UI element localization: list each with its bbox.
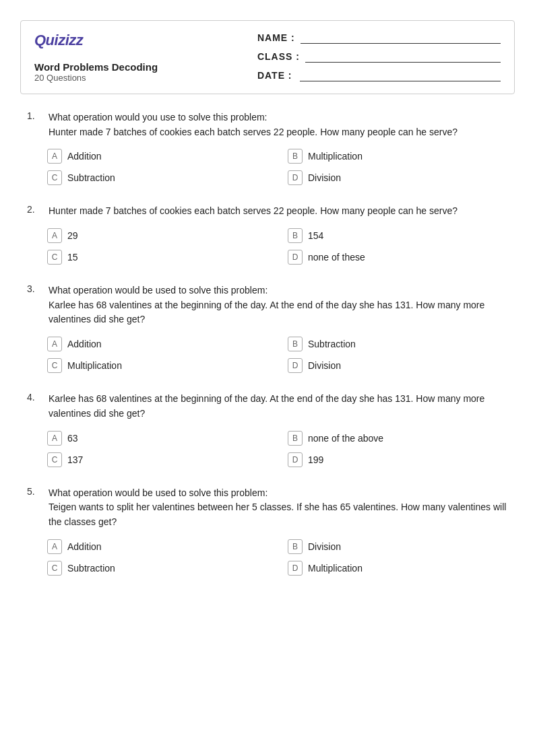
- q4-text-b: none of the above: [308, 433, 383, 444]
- date-field-row: DATE :: [257, 69, 501, 81]
- q5-letter-d: D: [288, 561, 303, 576]
- q1-answer-d[interactable]: D Division: [288, 170, 508, 185]
- q3-letter-b: B: [288, 337, 303, 351]
- question-4: 4. Karlee has 68 valentines at the begin…: [27, 392, 508, 467]
- question-5: 5. What operation would be used to solve…: [27, 486, 508, 576]
- questions-section: 1. What operation would you use to solve…: [20, 110, 515, 576]
- quiz-subtitle: 20 Questions: [34, 73, 237, 83]
- question-1-header: 1. What operation would you use to solve…: [27, 110, 508, 139]
- q2-answer-b[interactable]: B 154: [288, 228, 508, 243]
- q5-text-c: Subtraction: [67, 563, 115, 574]
- q4-letter-b: B: [288, 431, 303, 446]
- q5-answer-a[interactable]: A Addition: [47, 539, 268, 554]
- q5-text-b: Division: [308, 541, 341, 552]
- q3-text-d: Division: [308, 360, 341, 371]
- question-3: 3. What operation would be used to solve…: [27, 283, 508, 373]
- q3-answer-d[interactable]: D Division: [288, 358, 508, 373]
- q4-text-a: 63: [67, 433, 78, 444]
- question-2-header: 2. Hunter made 7 batches of cookies each…: [27, 204, 508, 219]
- q3-answer-b[interactable]: B Subtraction: [288, 337, 508, 351]
- q1-letter-d: D: [288, 170, 303, 185]
- q4-answer-a[interactable]: A 63: [47, 431, 268, 446]
- q4-letter-d: D: [288, 452, 303, 467]
- question-1: 1. What operation would you use to solve…: [27, 110, 508, 185]
- q1-answer-b[interactable]: B Multiplication: [288, 149, 508, 164]
- q2-answer-d[interactable]: D none of these: [288, 250, 508, 265]
- date-line[interactable]: [300, 69, 501, 81]
- q3-letter-c: C: [47, 358, 62, 373]
- question-2: 2. Hunter made 7 batches of cookies each…: [27, 204, 508, 265]
- page: Quizizz Word Problems Decoding 20 Questi…: [0, 0, 535, 756]
- header-left: Quizizz Word Problems Decoding 20 Questi…: [34, 32, 237, 83]
- header-box: Quizizz Word Problems Decoding 20 Questi…: [20, 20, 515, 94]
- q1-answers: A Addition B Multiplication C Subtractio…: [47, 149, 508, 185]
- q4-answer-d[interactable]: D 199: [288, 452, 508, 467]
- q2-text-d: none of these: [308, 252, 365, 263]
- q1-text: What operation would you use to solve th…: [49, 110, 458, 139]
- q3-letter-d: D: [288, 358, 303, 373]
- q3-text-b: Subtraction: [308, 339, 356, 349]
- q2-answers: A 29 B 154 C 15 D none of these: [47, 228, 508, 265]
- q4-number: 4.: [27, 392, 42, 421]
- class-label: CLASS :: [257, 51, 300, 62]
- q4-letter-c: C: [47, 452, 62, 467]
- q1-letter-c: C: [47, 170, 62, 185]
- date-label: DATE :: [257, 70, 294, 81]
- q5-answers: A Addition B Division C Subtraction D Mu…: [47, 539, 508, 576]
- q1-answer-c[interactable]: C Subtraction: [47, 170, 268, 185]
- q4-text-d: 199: [308, 454, 323, 465]
- name-field-row: NAME :: [257, 32, 501, 44]
- q5-number: 5.: [27, 486, 42, 530]
- q5-letter-b: B: [288, 539, 303, 554]
- q5-answer-c[interactable]: C Subtraction: [47, 561, 268, 576]
- q2-letter-b: B: [288, 228, 303, 243]
- q4-text: Karlee has 68 valentines at the beginnin…: [49, 392, 508, 421]
- name-label: NAME :: [257, 32, 295, 43]
- q2-answer-c[interactable]: C 15: [47, 250, 268, 265]
- q1-answer-a[interactable]: A Addition: [47, 149, 268, 164]
- q2-answer-a[interactable]: A 29: [47, 228, 268, 243]
- q5-answer-b[interactable]: B Division: [288, 539, 508, 554]
- q3-answer-a[interactable]: A Addition: [47, 337, 268, 351]
- q5-text-a: Addition: [67, 541, 102, 552]
- q4-text-c: 137: [67, 454, 83, 465]
- q4-letter-a: A: [47, 431, 62, 446]
- q2-text-b: 154: [308, 230, 323, 241]
- q1-text-a: Addition: [67, 151, 102, 162]
- q2-text: Hunter made 7 batches of cookies each ba…: [49, 204, 458, 219]
- q2-text-a: 29: [67, 230, 78, 241]
- q1-text-d: Division: [308, 172, 341, 183]
- q1-number: 1.: [27, 110, 42, 139]
- q5-text: What operation would be used to solve th…: [49, 486, 508, 530]
- q4-answer-c[interactable]: C 137: [47, 452, 268, 467]
- q5-letter-a: A: [47, 539, 62, 554]
- q3-answers: A Addition B Subtraction C Multiplicatio…: [47, 337, 508, 373]
- q3-text-c: Multiplication: [67, 360, 122, 371]
- q5-text-d: Multiplication: [308, 563, 363, 574]
- q1-letter-b: B: [288, 149, 303, 164]
- quiz-title: Word Problems Decoding: [34, 61, 237, 73]
- class-line[interactable]: [305, 50, 501, 63]
- q1-text-c: Subtraction: [67, 172, 115, 183]
- class-field-row: CLASS :: [257, 50, 501, 63]
- question-5-header: 5. What operation would be used to solve…: [27, 486, 508, 530]
- q5-answer-d[interactable]: D Multiplication: [288, 561, 508, 576]
- name-line[interactable]: [301, 32, 501, 44]
- q2-text-c: 15: [67, 252, 78, 263]
- q4-answer-b[interactable]: B none of the above: [288, 431, 508, 446]
- q2-letter-a: A: [47, 228, 62, 243]
- q1-text-b: Multiplication: [308, 151, 363, 162]
- q3-number: 3.: [27, 283, 42, 327]
- q2-number: 2.: [27, 204, 42, 219]
- question-3-header: 3. What operation would be used to solve…: [27, 283, 508, 327]
- logo: Quizizz: [34, 32, 237, 49]
- q3-text: What operation would be used to solve th…: [49, 283, 508, 327]
- q3-answer-c[interactable]: C Multiplication: [47, 358, 268, 373]
- q4-answers: A 63 B none of the above C 137 D 199: [47, 431, 508, 467]
- q1-letter-a: A: [47, 149, 62, 164]
- question-4-header: 4. Karlee has 68 valentines at the begin…: [27, 392, 508, 421]
- q5-letter-c: C: [47, 561, 62, 576]
- q2-letter-c: C: [47, 250, 62, 265]
- q2-letter-d: D: [288, 250, 303, 265]
- header-right: NAME : CLASS : DATE :: [237, 32, 501, 81]
